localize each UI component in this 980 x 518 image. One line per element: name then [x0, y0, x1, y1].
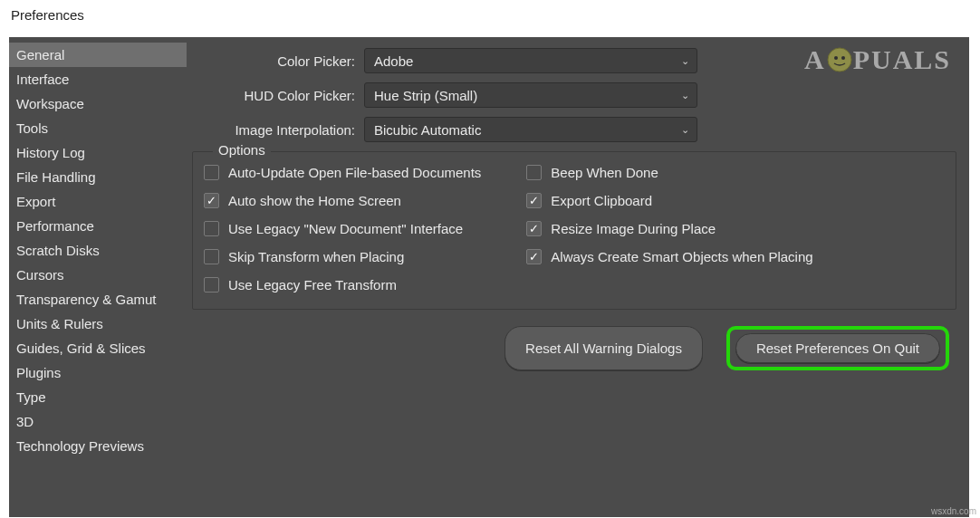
checkbox-label: Beep When Done	[551, 165, 658, 180]
svg-point-2	[841, 56, 845, 60]
reset-preferences-on-quit-button[interactable]: Reset Preferences On Quit	[735, 333, 940, 363]
sidebar-item-history-log[interactable]: History Log	[9, 140, 187, 165]
sidebar-item-scratch-disks[interactable]: Scratch Disks	[9, 238, 187, 263]
sidebar-item-workspace[interactable]: Workspace	[9, 91, 187, 116]
option-checkbox-skip-transform-when-placing[interactable]: Skip Transform when Placing	[204, 249, 481, 264]
color-picker-label: Color Picker:	[192, 53, 364, 69]
image-interpolation-value: Bicubic Automatic	[374, 122, 481, 138]
chevron-down-icon: ⌄	[681, 124, 689, 136]
options-grid: Auto-Update Open File-based DocumentsAut…	[204, 165, 945, 293]
checkbox-label: Always Create Smart Objects when Placing	[551, 249, 812, 264]
checkbox-box-icon	[204, 165, 219, 180]
option-checkbox-use-legacy-new-document-interface[interactable]: Use Legacy "New Document" Interface	[204, 221, 481, 236]
sidebar-item-type[interactable]: Type	[9, 385, 187, 409]
reset-warnings-button[interactable]: Reset All Warning Dialogs	[504, 326, 703, 370]
hud-color-picker-value: Hue Strip (Small)	[374, 88, 477, 103]
watermark-suffix: PUALS	[853, 44, 951, 75]
checkbox-box-icon	[526, 249, 542, 264]
sidebar-item-plugins[interactable]: Plugins	[9, 360, 187, 385]
footer-source: wsxdn.com	[931, 506, 976, 516]
preferences-dialog: GeneralInterfaceWorkspaceToolsHistory Lo…	[9, 37, 969, 517]
watermark-icon	[827, 47, 852, 72]
checkbox-label: Skip Transform when Placing	[228, 249, 404, 264]
hud-color-picker-row: HUD Color Picker: Hue Strip (Small) ⌄	[192, 82, 956, 108]
checkbox-box-icon	[204, 249, 219, 264]
checkbox-box-icon	[204, 277, 219, 293]
hud-color-picker-label: HUD Color Picker:	[192, 88, 364, 103]
options-legend: Options	[213, 142, 271, 158]
checkbox-box-icon	[526, 193, 542, 208]
option-checkbox-beep-when-done[interactable]: Beep When Done	[526, 165, 812, 180]
watermark-prefix: A	[804, 44, 826, 75]
sidebar-item-interface[interactable]: Interface	[9, 67, 187, 91]
color-picker-select[interactable]: Adobe ⌄	[364, 48, 697, 73]
image-interpolation-row: Image Interpolation: Bicubic Automatic ⌄	[192, 117, 956, 142]
checkbox-label: Export Clipboard	[551, 193, 652, 208]
checkbox-label: Use Legacy Free Transform	[228, 277, 397, 293]
checkbox-label: Auto-Update Open File-based Documents	[228, 165, 481, 180]
options-fieldset: Options Auto-Update Open File-based Docu…	[192, 151, 956, 310]
window-title: Preferences	[0, 0, 980, 30]
preferences-main-panel: A PUALS Color Picker: Adobe ⌄ HUD Color …	[187, 37, 969, 517]
svg-point-1	[834, 56, 838, 60]
options-left-column: Auto-Update Open File-based DocumentsAut…	[204, 165, 481, 293]
sidebar-item-transparency-gamut[interactable]: Transparency & Gamut	[9, 287, 187, 312]
chevron-down-icon: ⌄	[681, 90, 689, 101]
sidebar-item-guides-grid-slices[interactable]: Guides, Grid & Slices	[9, 336, 187, 360]
sidebar-item-tools[interactable]: Tools	[9, 116, 187, 140]
image-interpolation-select[interactable]: Bicubic Automatic ⌄	[364, 117, 697, 142]
sidebar-item-cursors[interactable]: Cursors	[9, 263, 187, 287]
checkbox-label: Resize Image During Place	[551, 221, 716, 236]
checkbox-box-icon	[526, 165, 542, 180]
checkbox-label: Use Legacy "New Document" Interface	[228, 221, 463, 236]
hud-color-picker-select[interactable]: Hue Strip (Small) ⌄	[364, 82, 697, 108]
option-checkbox-always-create-smart-objects-when-placing[interactable]: Always Create Smart Objects when Placing	[526, 249, 812, 264]
sidebar-item-performance[interactable]: Performance	[9, 214, 187, 238]
highlight-annotation: Reset Preferences On Quit	[726, 326, 949, 370]
watermark-logo: A PUALS	[804, 44, 951, 75]
sidebar-item-3d[interactable]: 3D	[9, 409, 187, 434]
image-interpolation-label: Image Interpolation:	[192, 122, 364, 138]
svg-point-0	[828, 48, 851, 72]
option-checkbox-auto-show-the-home-screen[interactable]: Auto show the Home Screen	[204, 193, 481, 208]
color-picker-value: Adobe	[374, 53, 413, 69]
checkbox-box-icon	[204, 221, 219, 236]
option-checkbox-auto-update-open-file-based-documents[interactable]: Auto-Update Open File-based Documents	[204, 165, 481, 180]
options-right-column: Beep When DoneExport ClipboardResize Ima…	[526, 165, 812, 293]
sidebar-item-units-rulers[interactable]: Units & Rulers	[9, 312, 187, 336]
preferences-sidebar: GeneralInterfaceWorkspaceToolsHistory Lo…	[9, 37, 187, 517]
checkbox-box-icon	[204, 193, 219, 208]
sidebar-item-technology-previews[interactable]: Technology Previews	[9, 434, 187, 458]
sidebar-item-general[interactable]: General	[9, 43, 187, 67]
checkbox-box-icon	[526, 221, 542, 236]
option-checkbox-use-legacy-free-transform[interactable]: Use Legacy Free Transform	[204, 277, 481, 293]
button-row: Reset All Warning Dialogs Reset Preferen…	[192, 326, 956, 370]
option-checkbox-export-clipboard[interactable]: Export Clipboard	[526, 193, 812, 208]
sidebar-item-export[interactable]: Export	[9, 189, 187, 214]
sidebar-item-file-handling[interactable]: File Handling	[9, 165, 187, 189]
option-checkbox-resize-image-during-place[interactable]: Resize Image During Place	[526, 221, 812, 236]
chevron-down-icon: ⌄	[681, 55, 689, 67]
checkbox-label: Auto show the Home Screen	[228, 193, 401, 208]
